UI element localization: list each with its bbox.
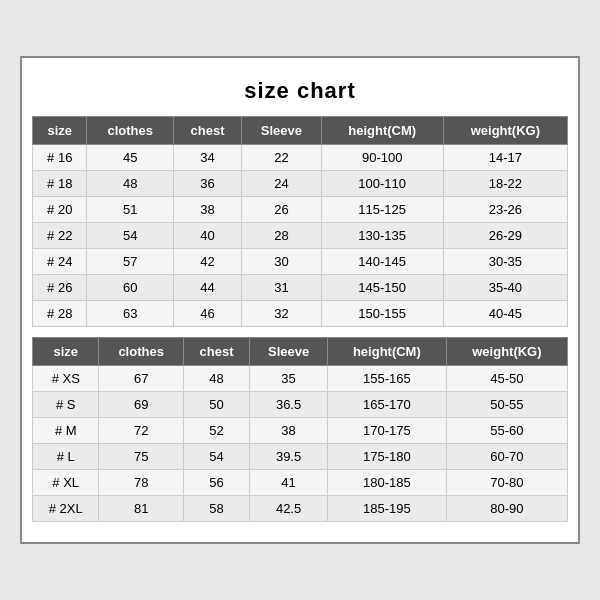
table-row: # XS674835155-16545-50	[33, 366, 568, 392]
table-cell: 56	[183, 470, 249, 496]
table-cell: 58	[183, 496, 249, 522]
table2-col-header: clothes	[99, 338, 183, 366]
table-cell: 145-150	[321, 275, 443, 301]
table-cell: 18-22	[443, 171, 567, 197]
table-cell: 69	[99, 392, 183, 418]
table-cell: 81	[99, 496, 183, 522]
table-row: # L755439.5175-18060-70	[33, 444, 568, 470]
table-cell: 22	[242, 145, 322, 171]
table-cell: 60	[87, 275, 173, 301]
table-cell: 72	[99, 418, 183, 444]
table-row: # 1645342290-10014-17	[33, 145, 568, 171]
table2-header-row: sizeclotheschestSleeveheight(CM)weight(K…	[33, 338, 568, 366]
table1-col-header: clothes	[87, 117, 173, 145]
table-cell: 63	[87, 301, 173, 327]
table-cell: 48	[87, 171, 173, 197]
table-cell: 80-90	[446, 496, 567, 522]
table-cell: 26-29	[443, 223, 567, 249]
table-cell: 42	[173, 249, 241, 275]
table-cell: # M	[33, 418, 99, 444]
table2-col-header: size	[33, 338, 99, 366]
table-cell: 38	[173, 197, 241, 223]
chart-title: size chart	[32, 68, 568, 116]
table-cell: # S	[33, 392, 99, 418]
table-row: # XL785641180-18570-80	[33, 470, 568, 496]
table-row: # 26604431145-15035-40	[33, 275, 568, 301]
table2-col-header: height(CM)	[327, 338, 446, 366]
table-cell: 54	[87, 223, 173, 249]
table-cell: 31	[242, 275, 322, 301]
table-cell: 40-45	[443, 301, 567, 327]
table-cell: # 18	[33, 171, 87, 197]
table-cell: # 22	[33, 223, 87, 249]
table-cell: # 2XL	[33, 496, 99, 522]
table-cell: 115-125	[321, 197, 443, 223]
table-cell: 180-185	[327, 470, 446, 496]
table-cell: # 20	[33, 197, 87, 223]
table-cell: 35	[250, 366, 328, 392]
table-cell: 50-55	[446, 392, 567, 418]
table-cell: 30	[242, 249, 322, 275]
table-cell: 150-155	[321, 301, 443, 327]
table-cell: 51	[87, 197, 173, 223]
table-cell: 40	[173, 223, 241, 249]
table-row: # 2XL815842.5185-19580-90	[33, 496, 568, 522]
table-cell: 54	[183, 444, 249, 470]
table-row: # M725238170-17555-60	[33, 418, 568, 444]
table1-col-header: weight(KG)	[443, 117, 567, 145]
table-cell: 35-40	[443, 275, 567, 301]
table1-body: # 1645342290-10014-17# 18483624100-11018…	[33, 145, 568, 327]
table-cell: # 28	[33, 301, 87, 327]
table-row: # 28634632150-15540-45	[33, 301, 568, 327]
table-cell: 57	[87, 249, 173, 275]
table-cell: 185-195	[327, 496, 446, 522]
table-row: # 18483624100-11018-22	[33, 171, 568, 197]
table-cell: 55-60	[446, 418, 567, 444]
table-cell: 32	[242, 301, 322, 327]
table-row: # 24574230140-14530-35	[33, 249, 568, 275]
table-row: # 20513826115-12523-26	[33, 197, 568, 223]
table-cell: 26	[242, 197, 322, 223]
table2-col-header: chest	[183, 338, 249, 366]
table-cell: 70-80	[446, 470, 567, 496]
table-cell: 67	[99, 366, 183, 392]
table-cell: # 26	[33, 275, 87, 301]
table2-col-header: weight(KG)	[446, 338, 567, 366]
table1-col-header: size	[33, 117, 87, 145]
table-cell: 23-26	[443, 197, 567, 223]
table-cell: 42.5	[250, 496, 328, 522]
table-cell: 41	[250, 470, 328, 496]
size-chart-container: size chart sizeclotheschestSleeveheight(…	[20, 56, 580, 544]
table-cell: 140-145	[321, 249, 443, 275]
table1-col-header: Sleeve	[242, 117, 322, 145]
table1-header: sizeclotheschestSleeveheight(CM)weight(K…	[33, 117, 568, 145]
table-cell: 39.5	[250, 444, 328, 470]
table-cell: 28	[242, 223, 322, 249]
table-cell: 45-50	[446, 366, 567, 392]
table-cell: 34	[173, 145, 241, 171]
table-cell: 50	[183, 392, 249, 418]
table2-header: sizeclotheschestSleeveheight(CM)weight(K…	[33, 338, 568, 366]
table-cell: 44	[173, 275, 241, 301]
table-cell: # 16	[33, 145, 87, 171]
size-table-2: sizeclotheschestSleeveheight(CM)weight(K…	[32, 337, 568, 522]
table-cell: 130-135	[321, 223, 443, 249]
table-cell: 38	[250, 418, 328, 444]
table-cell: 24	[242, 171, 322, 197]
table-cell: 30-35	[443, 249, 567, 275]
table-cell: 36.5	[250, 392, 328, 418]
table-row: # S695036.5165-17050-55	[33, 392, 568, 418]
table-cell: 175-180	[327, 444, 446, 470]
table-cell: 60-70	[446, 444, 567, 470]
table-cell: 90-100	[321, 145, 443, 171]
table-cell: # 24	[33, 249, 87, 275]
table-row: # 22544028130-13526-29	[33, 223, 568, 249]
table2-body: # XS674835155-16545-50# S695036.5165-170…	[33, 366, 568, 522]
size-table-1: sizeclotheschestSleeveheight(CM)weight(K…	[32, 116, 568, 327]
table-cell: 14-17	[443, 145, 567, 171]
table-cell: 78	[99, 470, 183, 496]
table-cell: 36	[173, 171, 241, 197]
table1-col-header: height(CM)	[321, 117, 443, 145]
table-cell: 100-110	[321, 171, 443, 197]
table-cell: # XL	[33, 470, 99, 496]
